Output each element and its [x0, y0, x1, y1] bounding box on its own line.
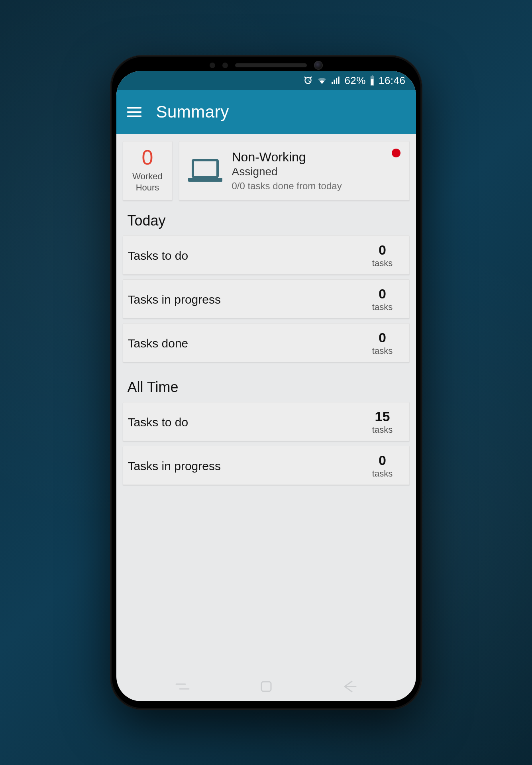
row-value: 0 — [379, 287, 386, 300]
app-bar: Summary — [116, 90, 416, 134]
recents-button[interactable] — [175, 680, 190, 694]
row-tasks-in-progress-today[interactable]: Tasks in progress 0 tasks — [123, 279, 410, 318]
status-title: Non-Working — [232, 150, 342, 165]
row-value-col: 0 tasks — [365, 331, 400, 356]
row-label: Tasks in progress — [128, 459, 221, 473]
row-unit: tasks — [372, 425, 393, 435]
row-tasks-to-do-today[interactable]: Tasks to do 0 tasks — [123, 235, 410, 275]
worked-hours-card[interactable]: 0 Worked Hours — [123, 141, 173, 200]
row-value-col: 15 tasks — [365, 410, 400, 435]
page-title: Summary — [156, 102, 229, 122]
android-nav-bar — [116, 673, 416, 701]
back-button[interactable] — [342, 680, 357, 695]
status-indicator-dot — [392, 149, 400, 157]
menu-button[interactable] — [126, 104, 143, 120]
phone-screen: 62% 16:46 Summary — [116, 71, 416, 701]
battery-icon — [369, 75, 375, 86]
row-value-col: 0 tasks — [365, 243, 400, 269]
wifi-icon — [316, 75, 328, 86]
svg-rect-5 — [188, 178, 222, 182]
presentation-canvas: 62% 16:46 Summary — [80, 0, 452, 765]
worked-hours-label: Worked Hours — [132, 171, 162, 193]
row-unit: tasks — [372, 346, 393, 356]
content-area: 0 Worked Hours — [116, 134, 416, 497]
status-text-col: Non-Working Assigned 0/0 tasks done from… — [232, 150, 342, 192]
row-tasks-in-progress-all-time[interactable]: Tasks in progress 0 tasks — [123, 446, 410, 485]
row-unit: tasks — [372, 302, 393, 312]
status-subtitle: Assigned — [232, 165, 342, 178]
row-tasks-to-do-all-time[interactable]: Tasks to do 15 tasks — [123, 402, 410, 441]
row-value-col: 0 tasks — [365, 287, 400, 312]
row-label: Tasks in progress — [128, 293, 221, 306]
row-tasks-done-today[interactable]: Tasks done 0 tasks — [123, 323, 410, 362]
home-button[interactable] — [259, 680, 273, 695]
battery-pct-label: 62% — [344, 75, 366, 87]
svg-rect-0 — [371, 79, 374, 85]
alarm-icon — [303, 75, 313, 86]
section-header-today: Today — [120, 200, 412, 235]
status-icons: 62% 16:46 — [303, 75, 405, 87]
status-detail: 0/0 tasks done from today — [232, 180, 342, 192]
cellular-icon — [331, 75, 341, 86]
row-value: 0 — [379, 331, 386, 344]
svg-rect-6 — [261, 682, 271, 691]
row-value: 0 — [379, 453, 386, 467]
row-unit: tasks — [372, 258, 393, 269]
svg-rect-4 — [193, 160, 218, 177]
phone-sensor-bar — [111, 56, 422, 75]
phone-frame: 62% 16:46 Summary — [111, 56, 422, 709]
working-status-card[interactable]: Non-Working Assigned 0/0 tasks done from… — [179, 141, 410, 200]
row-label: Tasks to do — [128, 249, 188, 263]
laptop-icon — [187, 159, 223, 183]
row-unit: tasks — [372, 469, 393, 479]
earpiece-speaker — [235, 63, 307, 67]
front-sensor-dot — [222, 63, 228, 68]
row-label: Tasks to do — [128, 416, 188, 429]
front-sensor-dot — [210, 63, 215, 68]
clock-label: 16:46 — [379, 75, 406, 87]
row-value: 0 — [379, 243, 386, 257]
front-camera — [314, 61, 323, 70]
row-label: Tasks done — [128, 337, 188, 350]
row-value: 15 — [375, 410, 390, 423]
section-header-all-time: All Time — [120, 367, 412, 402]
row-value-col: 0 tasks — [365, 453, 400, 479]
top-cards-row: 0 Worked Hours — [120, 141, 412, 200]
worked-hours-value: 0 — [142, 147, 153, 168]
